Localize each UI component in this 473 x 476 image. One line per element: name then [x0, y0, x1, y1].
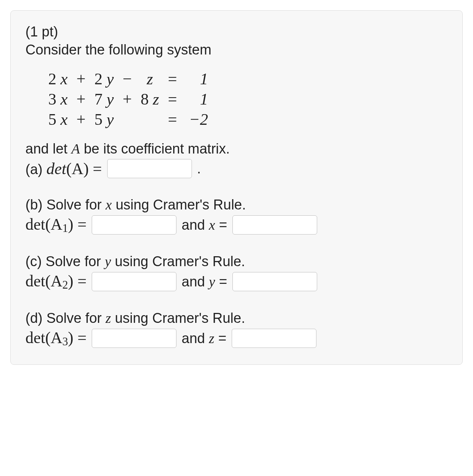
det-a1-label: det(A1) = — [25, 215, 87, 235]
points-label: (1 pt) — [25, 24, 448, 40]
and-x-label: and x = — [182, 217, 227, 233]
period: . — [197, 161, 201, 177]
x-value-input[interactable] — [232, 215, 317, 235]
coefficient-intro: and let A be its coefficient matrix. — [25, 141, 448, 157]
part-b-intro: (b) Solve for x using Cramer's Rule. — [25, 197, 448, 213]
det-a2-input[interactable] — [92, 272, 176, 291]
part-d-intro: (d) Solve for z using Cramer's Rule. — [25, 310, 448, 326]
part-b: (b) Solve for x using Cramer's Rule. det… — [25, 197, 448, 235]
part-a-row: (a) det(A) = . — [25, 159, 448, 178]
det-a2-label: det(A2) = — [25, 272, 87, 292]
equation-row: 5 x + 5 y = −2 — [44, 109, 213, 130]
part-a-label: (a) det(A) = — [25, 159, 102, 178]
and-z-label: and z = — [182, 330, 227, 346]
z-value-input[interactable] — [232, 329, 316, 348]
part-c: (c) Solve for y using Cramer's Rule. det… — [25, 253, 448, 292]
problem-panel: (1 pt) Consider the following system 2 x… — [10, 10, 463, 365]
prompt-text: Consider the following system — [25, 42, 448, 58]
det-a-input[interactable] — [107, 159, 192, 178]
equation-row: 3 x + 7 y + 8 z = 1 — [44, 89, 213, 109]
equation-row: 2 x + 2 y − z = 1 — [44, 69, 213, 89]
part-c-row: det(A2) = and y = — [25, 272, 448, 292]
det-a1-input[interactable] — [92, 215, 176, 235]
y-value-input[interactable] — [232, 272, 317, 291]
det-a3-label: det(A3) = — [25, 328, 87, 348]
part-b-row: det(A1) = and x = — [25, 215, 448, 235]
part-d-row: det(A3) = and z = — [25, 328, 448, 348]
equation-system: 2 x + 2 y − z = 1 3 x + 7 y + 8 z = 1 5 … — [44, 69, 213, 130]
det-a3-input[interactable] — [92, 329, 176, 348]
part-c-intro: (c) Solve for y using Cramer's Rule. — [25, 253, 448, 269]
and-y-label: and y = — [182, 274, 227, 290]
part-d: (d) Solve for z using Cramer's Rule. det… — [25, 310, 448, 348]
